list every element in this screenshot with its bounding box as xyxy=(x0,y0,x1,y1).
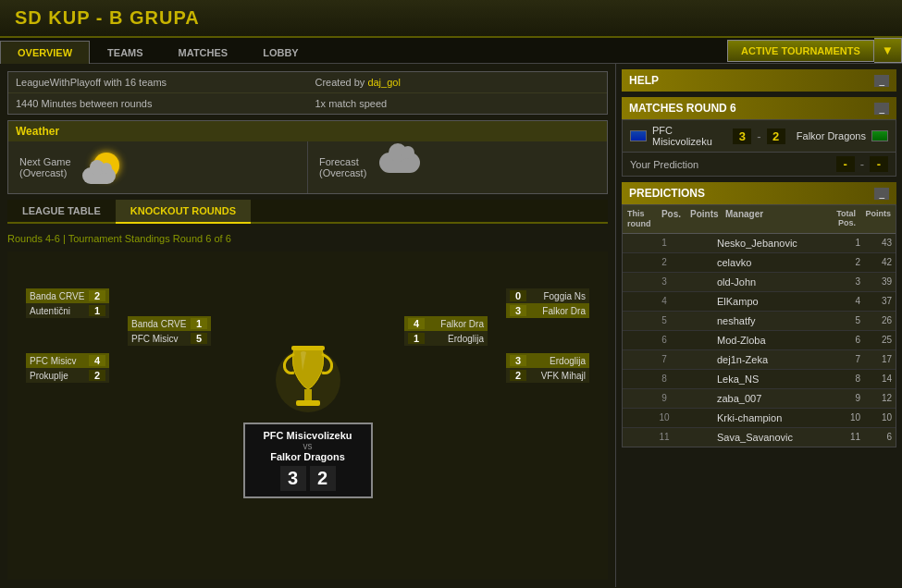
qf4-team2: 2 VFK Mihajl xyxy=(506,368,589,383)
match-round-row: PFC Misicvolizeku 3 - 2 Falkor Dragons xyxy=(622,119,896,153)
tab-overview[interactable]: OVERVIEW xyxy=(0,41,90,64)
trophy-icon xyxy=(271,334,345,417)
created-by: Created by daj_gol xyxy=(308,72,608,92)
svg-rect-1 xyxy=(291,346,325,350)
match-home-team: PFC Misicvolizeku xyxy=(652,125,727,147)
col-this-round: Thisround xyxy=(623,205,650,233)
total-pos: 11 xyxy=(825,432,860,442)
round-pos: 4 xyxy=(650,296,678,306)
weather-content: Next Game(Overcast) Forecast(Overcast) xyxy=(8,141,607,193)
prediction-table-row: 9 zaba_007 9 12 xyxy=(623,389,896,409)
tab-lobby[interactable]: LOBBY xyxy=(245,41,316,64)
qf-match-1: Banda CRVE 2 Autentični 1 xyxy=(26,288,109,318)
prediction-row: Your Prediction - - - xyxy=(622,153,896,177)
tab-league-table[interactable]: LEAGUE TABLE xyxy=(7,200,116,222)
total-pos: 8 xyxy=(825,374,860,384)
qf3-team2: 3 Falkor Dra xyxy=(506,303,589,318)
predictions-collapse-button[interactable]: _ xyxy=(874,188,889,200)
total-pts: 17 xyxy=(860,354,896,364)
prediction-label: Your Prediction xyxy=(630,159,831,170)
tab-knockout-rounds[interactable]: KNOCKOUT ROUNDS xyxy=(116,200,251,224)
manager-name: Leka_NS xyxy=(713,372,825,386)
svg-rect-2 xyxy=(304,389,312,400)
help-collapse-button[interactable]: _ xyxy=(874,75,889,87)
prediction-table-row: 11 Sava_Savanovic 11 6 xyxy=(623,428,896,447)
prediction-table-row: 4 ElKampo 4 37 xyxy=(623,292,896,312)
total-pts: 37 xyxy=(860,296,896,306)
bracket-container: Banda CRVE 2 Autentični 1 PFC Misicv 4 xyxy=(7,251,608,580)
header: SD KUP - B GRUPA xyxy=(0,0,902,38)
breadcrumb: Rounds 4-6 | Tournament Standings Round … xyxy=(7,229,608,246)
manager-name: Sava_Savanovic xyxy=(713,430,825,445)
total-pos: 5 xyxy=(825,315,860,325)
total-pts: 39 xyxy=(860,276,896,287)
predictions-section: PREDICTIONS _ Thisround Pos. Points Mana… xyxy=(622,182,896,447)
info-row-1: LeagueWithPlayoff with 16 teams Created … xyxy=(8,72,607,93)
qf4-team1: 3 Erdoglija xyxy=(506,353,589,368)
creator-link[interactable]: daj_gol xyxy=(367,77,400,88)
active-tournaments-button[interactable]: ACTIVE TOURNAMENTS xyxy=(727,40,874,62)
forecast-weather-icon xyxy=(376,149,422,186)
forecast-weather: Forecast(Overcast) xyxy=(308,141,607,193)
tournaments-dropdown-button[interactable]: ▼ xyxy=(874,38,902,63)
qf2-team1: PFC Misicv 4 xyxy=(26,353,109,368)
weather-header: Weather xyxy=(8,121,607,141)
tab-matches[interactable]: MATCHES xyxy=(161,41,246,64)
tab-teams[interactable]: TEAMS xyxy=(90,41,161,64)
league-info: LeagueWithPlayoff with 16 teams xyxy=(8,72,308,92)
total-pos: 1 xyxy=(825,238,860,248)
prediction-table-row: 3 old-John 3 39 xyxy=(623,273,896,292)
prediction-table-row: 6 Mod-Zloba 6 25 xyxy=(623,331,896,350)
sf-right-team1: 4 Falkor Dra xyxy=(404,316,488,331)
sf-left-team1: Banda CRVE 1 xyxy=(128,316,211,331)
total-pos: 9 xyxy=(825,393,860,403)
prediction-away: - xyxy=(870,156,888,172)
manager-name: dej1n-Zeka xyxy=(713,352,825,367)
sf-right-team2: 1 Erdoglija xyxy=(404,331,488,346)
matches-collapse-button[interactable]: _ xyxy=(874,103,889,115)
round-pos: 8 xyxy=(650,374,678,384)
prediction-home: - xyxy=(836,156,855,172)
final-score: 3 2 xyxy=(256,466,360,491)
col-total-pts: Points xyxy=(860,205,896,233)
total-pos: 4 xyxy=(825,296,860,306)
final-home-team: PFC Misicvolizeku xyxy=(256,430,360,441)
match-speed: 1x match speed xyxy=(308,93,608,114)
round-pos: 11 xyxy=(650,432,678,442)
qf1-team1: Banda CRVE 2 xyxy=(26,288,109,303)
qf2-team2: Prokuplje 2 xyxy=(26,368,109,383)
prediction-table-row: 1 Nesko_Jebanovic 1 43 xyxy=(623,234,896,253)
away-team-flag xyxy=(871,130,888,141)
round-pos: 6 xyxy=(650,335,678,345)
round-pos: 7 xyxy=(650,354,678,364)
weather-section: Weather Next Game(Overcast) Forec xyxy=(7,120,608,194)
info-box: LeagueWithPlayoff with 16 teams Created … xyxy=(7,71,608,115)
final-home-score: 3 xyxy=(280,466,306,491)
right-panel: HELP _ MATCHES ROUND 6 _ PFC Misicvolize… xyxy=(615,64,902,587)
manager-name: zaba_007 xyxy=(713,391,825,406)
col-round-pts: Points xyxy=(686,205,721,233)
qf-match-4: 3 Erdoglija 2 VFK Mihajl xyxy=(506,353,589,383)
trophy-final: PFC Misicvolizeku vs Falkor Dragons 3 2 xyxy=(243,334,373,498)
sf-left-team2: PFC Misicv 5 xyxy=(128,331,211,346)
round-pos: 1 xyxy=(650,238,678,248)
manager-name: old-John xyxy=(713,275,825,289)
total-pts: 14 xyxy=(860,374,896,384)
prediction-table-row: 2 celavko 2 42 xyxy=(623,253,896,273)
nav-right: ACTIVE TOURNAMENTS ▼ xyxy=(727,38,902,63)
sf-match-left: Banda CRVE 1 PFC Misicv 5 xyxy=(128,316,211,346)
manager-name: celavko xyxy=(713,255,825,270)
prediction-table-row: 5 neshatfy 5 26 xyxy=(623,312,896,331)
manager-name: Krki-champion xyxy=(713,410,825,425)
total-pos: 2 xyxy=(825,257,860,267)
total-pts: 26 xyxy=(860,315,896,325)
qf-match-2: PFC Misicv 4 Prokuplje 2 xyxy=(26,353,109,383)
total-pts: 12 xyxy=(860,393,896,403)
total-pts: 6 xyxy=(860,432,896,442)
qf3-team1: 0 Foggia Ns xyxy=(506,288,589,303)
total-pts: 43 xyxy=(860,238,896,248)
total-pos: 3 xyxy=(825,276,860,287)
manager-name: Nesko_Jebanovic xyxy=(713,236,825,251)
predictions-header-row: Thisround Pos. Points Manager TotalPos. … xyxy=(623,205,896,234)
manager-name: Mod-Zloba xyxy=(713,333,825,348)
